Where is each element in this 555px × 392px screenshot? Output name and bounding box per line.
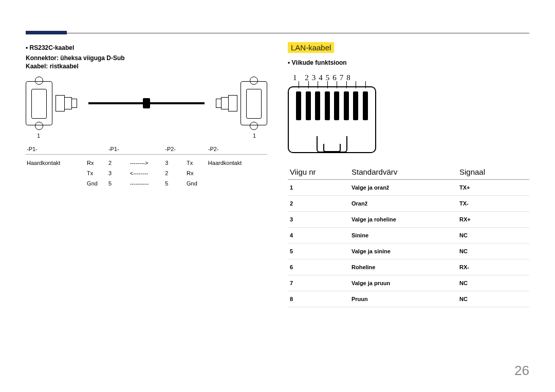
lan-section-title: LAN-kaabel — [288, 42, 334, 53]
page-number: 26 — [514, 363, 529, 379]
rj45-clip-icon — [317, 136, 347, 153]
dsub-right-num: 1 — [253, 133, 256, 139]
table-row: 5Valge ja sinineNC — [288, 244, 529, 259]
dsub-left-num: 1 — [37, 133, 40, 139]
lan-th-num: Viigu nr — [288, 164, 349, 180]
rs232-line1: Konnektor: üheksa viiguga D-Sub — [26, 54, 267, 62]
lan-bullet: Viikude funktsioon — [288, 59, 529, 66]
rj45-pin-numbers: 1 2345678 — [288, 73, 529, 82]
rs232-pin-table: -P1--P1--P2--P2- HaardkontaktRx2--------… — [26, 144, 267, 189]
ph1: -P1- — [107, 144, 129, 155]
ph3: -P2- — [207, 144, 267, 155]
ph2: -P2- — [164, 144, 186, 155]
table-row: 4SinineNC — [288, 228, 529, 244]
rs232-diagram — [26, 75, 267, 132]
ferrite-icon — [143, 98, 150, 108]
table-row: 3Valge ja rohelineRX+ — [288, 212, 529, 228]
table-row: Gnd5----------5Gnd — [26, 178, 267, 189]
lan-th-color: Standardvärv — [349, 164, 457, 180]
ph0: -P1- — [26, 144, 86, 155]
rs232-line2: Kaabel: ristkaabel — [26, 63, 267, 70]
table-row: 2OranžTX- — [288, 196, 529, 212]
lan-th-signal: Signaal — [457, 164, 529, 180]
table-row: 7Valge ja pruunNC — [288, 275, 529, 291]
table-row: 6RohelineRX- — [288, 259, 529, 275]
rj45-diagram: 1 2345678 — [288, 73, 529, 153]
table-row: 8PruunNC — [288, 291, 529, 307]
header-rule — [26, 33, 529, 33]
table-row: HaardkontaktRx2-------->3TxHaardkontakt — [26, 155, 267, 169]
table-row: 1Valge ja oranžTX+ — [288, 180, 529, 196]
table-row: Tx3<--------2Rx — [26, 168, 267, 178]
lan-pin-table: Viigu nr Standardvärv Signaal 1Valge ja … — [288, 164, 529, 307]
dsub-right-icon — [240, 81, 267, 125]
dsub-left-icon — [26, 81, 52, 125]
rs232-title: RS232C-kaabel — [26, 44, 267, 51]
header-accent — [26, 31, 67, 34]
